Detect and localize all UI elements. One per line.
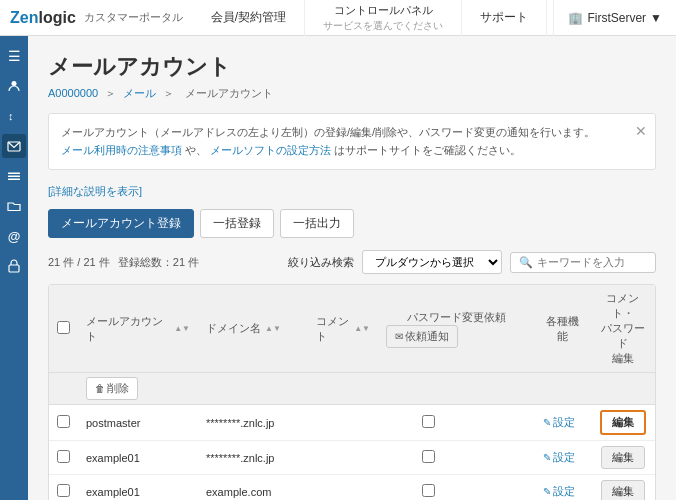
mail-table: メールアカウント ▲▼ ドメイン名 ▲▼ コメン — [49, 285, 655, 500]
row-edit-cell: 編集 — [590, 441, 655, 475]
main-content: メールアカウント A0000000 ＞ メール ＞ メールアカウント メールアカ… — [28, 36, 676, 500]
row-settings-cell: ✎設定 — [535, 475, 590, 500]
logo-tagline: カスタマーポータル — [84, 10, 183, 25]
logo-zen: Zen — [10, 9, 38, 27]
nav-item-contracts[interactable]: 会員/契約管理 — [193, 0, 305, 36]
sort-mail-icon[interactable]: ▲▼ — [174, 326, 190, 332]
breadcrumb-sep2: ＞ — [163, 87, 177, 99]
top-nav: Zenlogic カスタマーポータル 会員/契約管理 コントロールパネルサービス… — [0, 0, 676, 36]
row-domain: example.com — [198, 475, 308, 500]
th-delete-cell — [49, 373, 78, 405]
user-label: FirstServer — [587, 11, 646, 25]
pw-notify-button[interactable]: ✉ 依頼通知 — [386, 325, 458, 348]
search-box: 🔍 — [510, 252, 656, 273]
th-mail-label: メールアカウント — [86, 314, 170, 344]
settings-icon: ✎ — [543, 417, 551, 428]
sidebar-folder-icon[interactable] — [2, 194, 26, 218]
sidebar-lock-icon[interactable] — [2, 254, 26, 278]
row-pw-notify-cell — [479, 475, 535, 500]
breadcrumb-current: メールアカウント — [185, 87, 273, 99]
row-comment — [308, 405, 378, 441]
row-pw-checkbox-cell — [378, 475, 479, 500]
row-edit-cell: 編集 — [590, 475, 655, 500]
logo[interactable]: Zenlogic カスタマーポータル — [0, 0, 193, 35]
th-comment-edit-label: コメント・ パスワード 編集 — [601, 292, 645, 364]
row-pw-checkbox-cell — [378, 405, 479, 441]
nav-item-support[interactable]: サポート — [462, 0, 547, 36]
info-link1[interactable]: メール利用時の注意事項 — [61, 144, 182, 156]
th-pw-change: パスワード変更依頼 ✉ 依頼通知 — [378, 285, 535, 373]
info-text: メールアカウント（メールアドレスの左より左制）の登録/編集/削除や、パスワード変… — [61, 126, 595, 138]
sidebar: ☰ ↕ @ — [0, 36, 28, 500]
row-checkbox[interactable] — [57, 415, 70, 428]
sidebar-person-icon[interactable] — [2, 74, 26, 98]
page-title: メールアカウント — [48, 52, 656, 82]
info-mid2: はサポートサイトをご確認ください。 — [334, 144, 521, 156]
search-icon: 🔍 — [519, 256, 533, 269]
close-btn[interactable]: ✕ — [635, 120, 647, 142]
row-pw-checkbox[interactable] — [422, 484, 435, 497]
breadcrumb-mail[interactable]: メール — [123, 87, 156, 99]
row-comment — [308, 441, 378, 475]
row-settings-cell: ✎設定 — [535, 405, 590, 441]
registered-count: 登録総数：21 件 — [118, 255, 199, 270]
nav-item-controlpanel[interactable]: コントロールパネルサービスを選んでください — [305, 0, 462, 36]
th-pw-label: パスワード変更依頼 — [407, 311, 506, 323]
info-mid1: や、 — [185, 144, 207, 156]
filter-select[interactable]: プルダウンから選択 — [362, 250, 502, 274]
row-checkbox-cell — [49, 441, 78, 475]
sidebar-list-icon[interactable] — [2, 164, 26, 188]
svg-text:↕: ↕ — [8, 110, 14, 122]
nav-user[interactable]: 🏢 FirstServer ▼ — [553, 0, 676, 36]
result-count: 21 件 / 21 件 — [48, 255, 110, 270]
row-edit-button[interactable]: 編集 — [601, 446, 645, 469]
row-edit-cell: 編集 — [590, 405, 655, 441]
svg-rect-4 — [8, 175, 20, 177]
row-checkbox[interactable] — [57, 450, 70, 463]
row-checkbox-cell — [49, 475, 78, 500]
sort-domain-icon[interactable]: ▲▼ — [265, 326, 281, 332]
sidebar-mail-icon[interactable] — [2, 134, 26, 158]
breadcrumb-home[interactable]: A0000000 — [48, 87, 98, 99]
settings-icon: ✎ — [543, 452, 551, 463]
delete-button[interactable]: 🗑 削除 — [86, 377, 138, 400]
user-dropdown-icon: ▼ — [650, 11, 662, 25]
sidebar-arrows-icon[interactable]: ↕ — [2, 104, 26, 128]
th-comment: コメント ▲▼ — [308, 285, 378, 373]
sort-comment-icon[interactable]: ▲▼ — [354, 326, 370, 332]
th-mail: メールアカウント ▲▼ — [78, 285, 198, 373]
register-mail-button[interactable]: メールアカウント登録 — [48, 209, 194, 238]
row-settings-link[interactable]: ✎設定 — [543, 415, 582, 430]
mail-table-wrap: メールアカウント ▲▼ ドメイン名 ▲▼ コメン — [48, 284, 656, 500]
row-mail: example01 — [78, 475, 198, 500]
main-nav: 会員/契約管理 コントロールパネルサービスを選んでください サポート — [193, 0, 554, 36]
row-settings-link[interactable]: ✎設定 — [543, 450, 582, 465]
row-pw-checkbox[interactable] — [422, 450, 435, 463]
th-checkbox — [49, 285, 78, 373]
pw-notify-label: 依頼通知 — [405, 329, 449, 344]
breadcrumb-sep1: ＞ — [105, 87, 119, 99]
breadcrumb: A0000000 ＞ メール ＞ メールアカウント — [48, 86, 656, 101]
row-mail: postmaster — [78, 405, 198, 441]
row-pw-checkbox-cell — [378, 441, 479, 475]
select-all-checkbox[interactable] — [57, 321, 70, 334]
row-checkbox[interactable] — [57, 484, 70, 497]
info-link2[interactable]: メールソフトの設定方法 — [210, 144, 331, 156]
row-settings-link[interactable]: ✎設定 — [543, 484, 582, 499]
delete-label: 削除 — [107, 381, 129, 396]
sidebar-at-icon[interactable]: @ — [2, 224, 26, 248]
row-edit-button[interactable]: 編集 — [600, 410, 646, 435]
detail-link[interactable]: [詳細な説明を表示] — [48, 185, 142, 197]
mail-send-icon: ✉ — [395, 331, 403, 342]
search-input[interactable] — [537, 256, 647, 268]
row-edit-button[interactable]: 編集 — [601, 480, 645, 500]
row-pw-notify-cell — [479, 441, 535, 475]
bulk-register-button[interactable]: 一括登録 — [200, 209, 274, 238]
sidebar-menu-icon[interactable]: ☰ — [2, 44, 26, 68]
table-row: example01 ********.znlc.jp ✎設定 編集 — [49, 441, 655, 475]
th-functions-label: 各種機能 — [546, 315, 579, 342]
bulk-export-button[interactable]: 一括出力 — [280, 209, 354, 238]
table-row: example01 example.com ✎設定 編集 — [49, 475, 655, 500]
svg-rect-5 — [8, 178, 20, 180]
row-pw-checkbox[interactable] — [422, 415, 435, 428]
